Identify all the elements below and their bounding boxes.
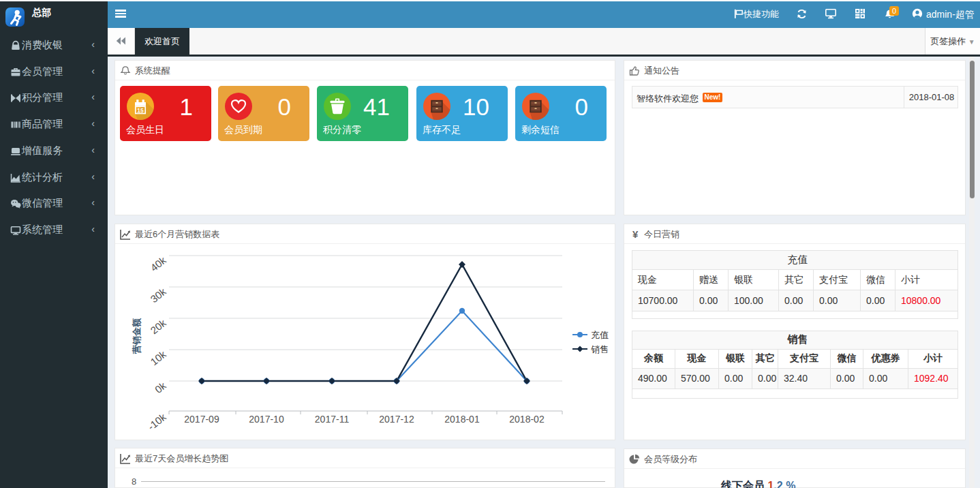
svg-text:2017-11: 2017-11 <box>315 414 350 425</box>
svg-text:40k: 40k <box>148 254 168 274</box>
svg-text:营销金额: 营销金额 <box>132 318 142 354</box>
svg-text:充值: 充值 <box>591 330 609 340</box>
svg-text:2017-10: 2017-10 <box>249 414 284 425</box>
svg-text:30k: 30k <box>148 286 168 305</box>
svg-text:0k: 0k <box>153 380 168 395</box>
svg-text:2018-01: 2018-01 <box>444 414 480 425</box>
svg-text:20k: 20k <box>148 317 168 337</box>
svg-text:2017-09: 2017-09 <box>184 414 219 425</box>
svg-text:销售: 销售 <box>591 344 609 354</box>
svg-text:2017-12: 2017-12 <box>379 414 414 425</box>
svg-text:15: 15 <box>137 107 144 114</box>
svg-text:10k: 10k <box>148 348 168 368</box>
svg-text:-10k: -10k <box>145 411 168 433</box>
svg-text:2018-02: 2018-02 <box>509 414 545 425</box>
